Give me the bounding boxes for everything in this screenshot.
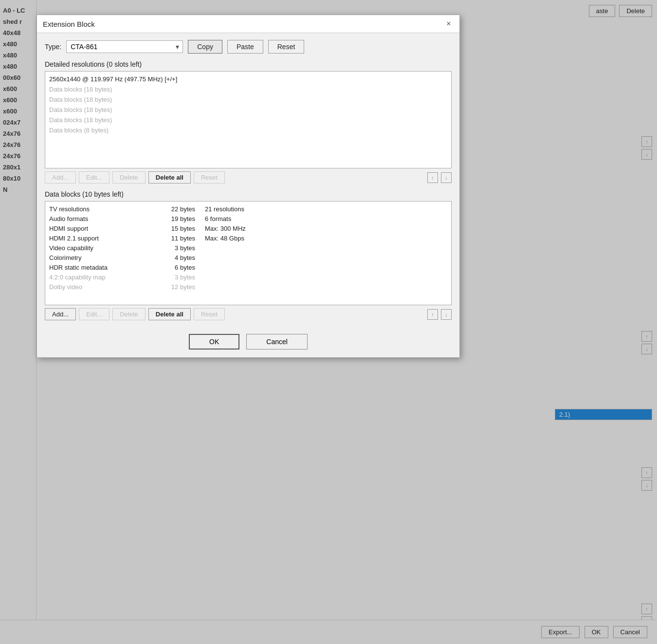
type-select[interactable]: CTA-861 [66,40,183,53]
dialog-titlebar: Extension Block × [37,15,459,33]
data-blocks-title: Data blocks (10 bytes left) [45,190,452,198]
reset-data-button[interactable]: Reset [194,308,225,320]
ok-button[interactable]: OK [189,334,239,350]
edit-data-button[interactable]: Edit... [79,308,110,320]
paste-button-dialog[interactable]: Paste [227,40,263,54]
edit-res-button[interactable]: Edit... [79,171,110,184]
data-row-420: 4:2:0 capability map 3 bytes [49,273,447,282]
list-spacer [49,292,447,302]
data-row-hdmi21: HDMI 2.1 support 11 bytes Max: 48 Gbps [49,234,447,243]
dialog-footer: OK Cancel [37,327,459,357]
up-arrow-res[interactable]: ↑ [427,172,438,183]
detailed-resolutions-title: Detailed resolutions (0 slots left) [45,60,452,68]
res-item-5: Data blocks (18 bytes) [49,115,447,125]
type-row: Type: CTA-861 Copy Paste Reset [45,40,452,54]
data-blocks-section: Data blocks (10 bytes left) TV resolutio… [45,190,452,320]
delete-all-res-button[interactable]: Delete all [148,171,191,184]
add-data-button[interactable]: Add... [45,308,76,320]
detailed-res-btn-row: Add... Edit... Delete Delete all Reset ↑… [45,171,452,184]
data-row-hdmi: HDMI support 15 bytes Max: 300 MHz [49,224,447,233]
res-item-3: Data blocks (18 bytes) [49,95,447,104]
delete-res-button[interactable]: Delete [112,171,146,184]
reset-res-button[interactable]: Reset [194,171,225,184]
down-arrow-res[interactable]: ↓ [441,172,452,183]
res-item-2: Data blocks (18 bytes) [49,85,447,94]
cancel-button[interactable]: Cancel [246,334,308,350]
dialog-body: Type: CTA-861 Copy Paste Reset Detailed … [37,33,459,327]
res-item-6: Data blocks (8 bytes) [49,126,447,135]
data-row-colorimetry: Colorimetry 4 bytes [49,253,447,262]
data-row-tv: TV resolutions 22 bytes 21 resolutions [49,204,447,214]
copy-button[interactable]: Copy [188,40,222,54]
delete-all-data-button[interactable]: Delete all [148,308,191,320]
up-arrow-data[interactable]: ↑ [427,309,438,320]
down-arrow-data[interactable]: ↓ [441,309,452,320]
add-res-button[interactable]: Add... [45,171,76,184]
data-row-video-cap: Video capability 3 bytes [49,243,447,253]
dialog-close-button[interactable]: × [444,19,454,29]
data-row-dolby: Dolby video 12 bytes [49,282,447,292]
type-label: Type: [45,43,61,51]
res-item-4: Data blocks (18 bytes) [49,105,447,114]
extension-block-dialog: Extension Block × Type: CTA-861 Copy Pas… [36,15,460,358]
detailed-resolutions-section: Detailed resolutions (0 slots left) 2560… [45,60,452,184]
data-row-audio: Audio formats 19 bytes 6 formats [49,214,447,223]
type-select-wrap: CTA-861 [66,40,183,53]
dialog-title: Extension Block [43,20,95,28]
reset-button-dialog[interactable]: Reset [268,40,305,54]
delete-data-button[interactable]: Delete [112,308,146,320]
data-blocks-list: TV resolutions 22 bytes 21 resolutions A… [45,201,452,305]
data-row-hdr: HDR static metadata 6 bytes [49,263,447,272]
data-blocks-btn-row: Add... Edit... Delete Delete all Reset ↑… [45,308,452,320]
res-item-primary: 2560x1440 @ 119.997 Hz (497.75 MHz) [+/+… [49,74,447,84]
detailed-resolutions-list: 2560x1440 @ 119.997 Hz (497.75 MHz) [+/+… [45,71,452,168]
